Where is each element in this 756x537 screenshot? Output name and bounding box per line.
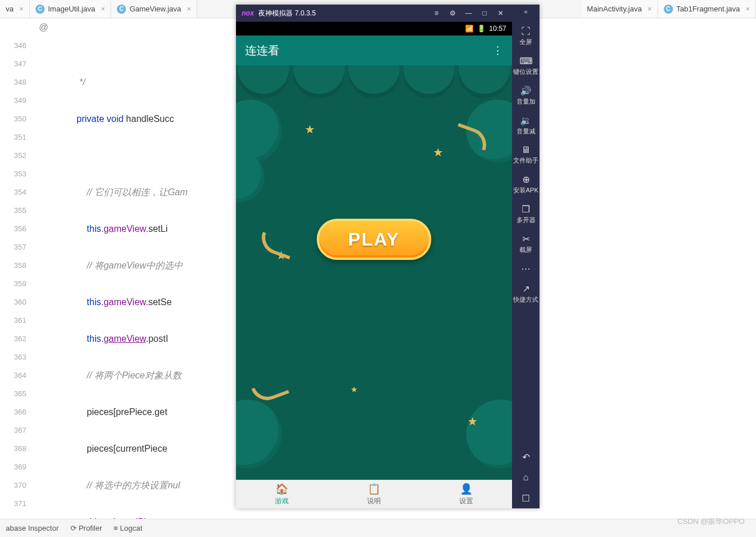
close-icon[interactable]: × — [101, 5, 105, 13]
line-num: 364 — [0, 366, 26, 385]
line-num: 361 — [0, 311, 26, 330]
line-num: 348 — [0, 73, 26, 92]
android-statusbar: 📶 🔋 10:57 — [236, 22, 512, 35]
android-home-button[interactable]: ⌂ — [512, 467, 540, 488]
code-text: pieces[currentPiece — [87, 444, 168, 453]
line-num: 347 — [0, 55, 26, 73]
wifi-icon: 📶 — [465, 25, 474, 33]
leaf-decoration — [236, 400, 282, 468]
nav-game[interactable]: 🏠游戏 — [236, 480, 328, 508]
tab-label: Logcat — [120, 524, 143, 532]
line-num: 350 — [0, 110, 26, 128]
class-icon: C — [664, 5, 673, 14]
tab-imageutil[interactable]: CImageUtil.java× — [30, 0, 111, 18]
fullscreen-button[interactable]: ⛶全屏 — [512, 22, 540, 51]
logcat-tab[interactable]: ≡ Logcat — [113, 524, 142, 532]
keymap-button[interactable]: ⌨键位设置 — [512, 51, 540, 81]
line-num: 352 — [0, 147, 26, 165]
line-num: 370 — [0, 476, 26, 495]
line-num: 346 — [0, 37, 26, 55]
app-bar: 连连看 ⋮ — [236, 35, 512, 65]
tab-mainactivity[interactable]: MainActivity.java× — [581, 0, 658, 18]
kw: void — [107, 114, 123, 124]
game-canvas[interactable]: ★ ★ ★ ★ ★ PLAY — [236, 65, 512, 480]
home-icon: 🏠 — [275, 483, 288, 495]
code-comment: */ — [79, 77, 85, 87]
kw: this — [87, 334, 101, 343]
side-label: 音量加 — [517, 97, 536, 106]
voldown-button[interactable]: 🔉音量减 — [512, 110, 540, 140]
line-num: 369 — [0, 458, 26, 476]
collapse-icon[interactable]: « — [524, 8, 527, 22]
file-icon: 🖥 — [521, 145, 530, 155]
override-icon[interactable]: @ — [32, 18, 55, 37]
user-icon: 👤 — [460, 483, 472, 495]
emulator-title: 夜神模拟器 7.0.3.5 — [258, 9, 316, 18]
gutter-line — [0, 18, 26, 37]
gutter: 346 347 348 349 350 351 352 353 354 355 … — [0, 18, 32, 516]
emulator-titlebar[interactable]: nox 夜神模拟器 7.0.3.5 ≡ ⚙ — □ ✕ — [236, 5, 512, 22]
class-icon: C — [36, 5, 45, 14]
app-title: 连连看 — [245, 43, 279, 58]
maximize-icon[interactable]: □ — [479, 9, 490, 17]
scissors-icon: ✂ — [522, 234, 530, 244]
code-comment: // 它们可以相连，让Gam — [87, 187, 188, 197]
nav-settings[interactable]: 👤设置 — [420, 480, 512, 508]
close-icon[interactable]: × — [648, 5, 652, 13]
apk-button[interactable]: ⊕安装APK — [512, 169, 540, 199]
menu-icon[interactable]: ≡ — [431, 9, 442, 17]
code-comment: // 将选中的方块设置nul — [87, 480, 180, 490]
side-label: 文件助手 — [513, 156, 538, 165]
minimize-icon[interactable]: — — [463, 9, 474, 17]
code-comment: // 将gameView中的选中 — [87, 260, 183, 270]
battery-icon: 🔋 — [477, 25, 486, 33]
method: .postI — [145, 334, 168, 343]
kw: private — [77, 114, 104, 124]
decoration — [236, 65, 512, 100]
ide-bottom-bar: abase Inspector ⟳ Profiler ≡ Logcat — [0, 519, 756, 537]
tab-frag0[interactable]: va× — [0, 0, 30, 18]
install-icon: ⊕ — [522, 174, 530, 185]
clock: 10:57 — [489, 25, 506, 33]
emulator-screen: nox 夜神模拟器 7.0.3.5 ≡ ⚙ — □ ✕ 📶 🔋 10:57 连连… — [236, 5, 512, 508]
tab-label: Profiler — [78, 524, 102, 532]
overflow-icon[interactable]: ⋮ — [493, 44, 503, 57]
kw: this — [87, 224, 101, 234]
multi-icon: ❐ — [522, 204, 530, 215]
tab-gameview[interactable]: CGameView.java× — [111, 0, 197, 18]
more-button[interactable]: ⋯ — [512, 259, 540, 279]
close-icon[interactable]: × — [187, 5, 191, 13]
play-button[interactable]: PLAY — [317, 219, 431, 260]
line-num: 349 — [0, 92, 26, 110]
line-num: 371 — [0, 495, 26, 513]
line-num: 359 — [0, 275, 26, 293]
fullscreen-icon: ⛶ — [521, 26, 530, 37]
link-icon: ↗ — [522, 283, 530, 294]
close-icon[interactable]: × — [746, 5, 750, 13]
line-num: 363 — [0, 348, 26, 366]
kw: this — [87, 297, 101, 307]
shortcut-button[interactable]: ↗快捷方式 — [512, 279, 540, 309]
line-num: 353 — [0, 165, 26, 183]
screenshot-button[interactable]: ✂截屏 — [512, 229, 540, 259]
keyboard-icon: ⌨ — [519, 56, 533, 66]
star-icon: ★ — [433, 145, 443, 159]
field: gameView — [104, 297, 146, 307]
close-icon[interactable]: × — [19, 5, 23, 13]
gear-icon[interactable]: ⚙ — [447, 9, 458, 17]
clipboard-icon: 📋 — [368, 483, 380, 495]
android-back-button[interactable]: ↶ — [512, 447, 540, 467]
multi-button[interactable]: ❐多开器 — [512, 199, 540, 229]
close-icon[interactable]: ✕ — [495, 9, 506, 17]
side-label: 安装APK — [513, 186, 538, 195]
volup-button[interactable]: 🔊音量加 — [512, 81, 540, 110]
profiler-tab[interactable]: ⟳ Profiler — [70, 524, 103, 532]
method: .setSe — [145, 297, 171, 307]
android-recents-button[interactable]: ☐ — [512, 488, 540, 508]
file-button[interactable]: 🖥文件助手 — [512, 140, 540, 169]
line-num: 362 — [0, 330, 26, 348]
line-num: 366 — [0, 403, 26, 421]
tab-tab1fragment[interactable]: CTab1Fragment.java× — [658, 0, 756, 18]
db-inspector-tab[interactable]: abase Inspector — [6, 524, 59, 532]
nav-help[interactable]: 📋说明 — [328, 480, 420, 508]
